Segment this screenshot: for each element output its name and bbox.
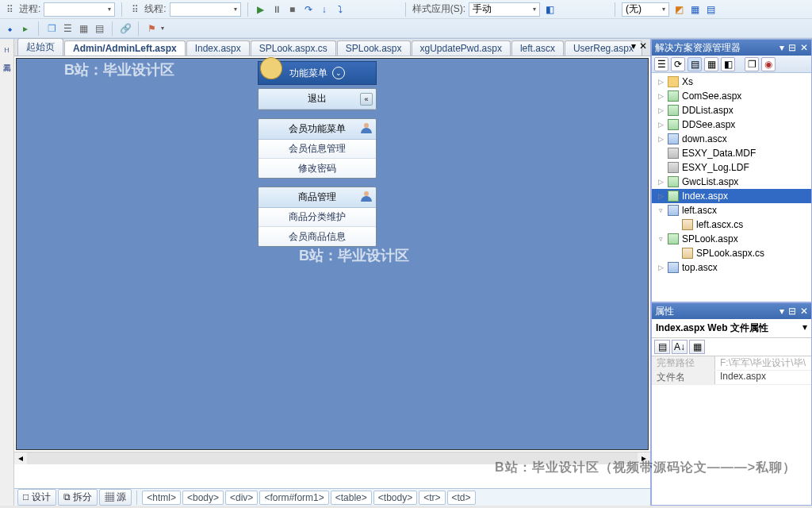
refresh-icon[interactable]: ▤	[688, 57, 702, 71]
document-tab[interactable]: Index.aspx	[186, 40, 250, 56]
target-combo[interactable]: (无)▾	[622, 2, 669, 17]
show-all-icon[interactable]: ⟳	[671, 57, 685, 71]
copy-icon[interactable]: ❐	[745, 57, 759, 71]
breadcrumb-item[interactable]: <td>	[447, 491, 476, 505]
view-mode-button[interactable]: □ 设计	[17, 489, 56, 506]
pin-icon[interactable]: ⊟	[788, 42, 796, 53]
style-icon[interactable]: ◧	[543, 3, 556, 16]
tile-icon[interactable]: ▦	[77, 22, 90, 35]
step-icon[interactable]: ↷	[302, 3, 315, 16]
tree-item[interactable]: ESXY_Data.MDF	[652, 146, 811, 160]
expander-icon[interactable]	[671, 249, 679, 257]
tree-item[interactable]: ESXY_Log.LDF	[652, 160, 811, 175]
breadcrumb-item[interactable]: <form#form1>	[259, 491, 328, 505]
tab-close-icon[interactable]: ✕	[639, 40, 647, 52]
nest-icon[interactable]: ▦	[704, 57, 718, 71]
nav-back-icon[interactable]: ⬥	[3, 22, 16, 35]
tree-item[interactable]: ▷DDSee.aspx	[652, 117, 811, 132]
step-into-icon[interactable]: ↓	[318, 3, 331, 16]
alpha-sort-icon[interactable]: A↓	[672, 340, 688, 354]
breadcrumb-item[interactable]: <tr>	[419, 491, 445, 505]
tree-item[interactable]: left.ascx.cs	[652, 217, 811, 232]
properties-icon[interactable]: ☰	[654, 57, 668, 71]
tree-item[interactable]: ▷Xs	[652, 75, 811, 89]
style-apply-combo[interactable]: 手动▾	[469, 2, 540, 17]
menu-item-member-info[interactable]: 会员信息管理	[259, 140, 376, 159]
expander-icon[interactable]: ▷	[657, 264, 665, 271]
tree-item[interactable]: ▷ComSee.aspx	[652, 89, 811, 103]
breadcrumb-item[interactable]: <html>	[142, 491, 181, 505]
menu-item-category[interactable]: 商品分类维护	[259, 208, 376, 227]
expander-icon[interactable]: ▷	[657, 92, 665, 100]
tree-item[interactable]: ▷down.ascx	[652, 132, 811, 146]
pin-icon[interactable]: ⊟	[788, 306, 796, 317]
document-tab[interactable]: Admin/AdminLeft.aspx	[64, 40, 186, 56]
breadcrumb-item[interactable]: <body>	[182, 491, 224, 505]
tree-item[interactable]: ▿SPLook.aspx	[652, 232, 811, 246]
new-window-icon[interactable]: ❐	[45, 22, 58, 35]
close-icon[interactable]: ✕	[800, 306, 808, 317]
dock-dropdown-icon[interactable]: ▾	[779, 306, 784, 317]
process-combo[interactable]: ▾	[44, 2, 115, 17]
stop-icon[interactable]: ■	[286, 3, 299, 16]
document-tab[interactable]: SPLook.aspx.cs	[251, 40, 336, 56]
menu-expand-icon[interactable]: «	[360, 93, 373, 106]
expander-icon[interactable]: ▷	[657, 106, 665, 114]
tree-item[interactable]: ▷GwcList.aspx	[652, 175, 811, 189]
expander-icon[interactable]: ▷	[657, 135, 665, 143]
tree-item[interactable]: SPLook.aspx.cs	[652, 246, 811, 260]
tab-dropdown-icon[interactable]: ▾	[631, 40, 636, 52]
breadcrumb-item[interactable]: <div>	[225, 491, 258, 505]
link-icon[interactable]: 🔗	[119, 22, 132, 35]
view-mode-button[interactable]: ▦ 源	[99, 489, 132, 506]
expander-icon[interactable]	[671, 221, 679, 229]
tree-item[interactable]: ▿left.ascx	[652, 203, 811, 217]
properties-grid[interactable]: 完整路径F:\军军\毕业设计\毕\文件名Index.aspx	[652, 356, 811, 505]
close-icon[interactable]: ✕	[800, 42, 808, 53]
document-tab[interactable]: xgUpdatePwd.aspx	[412, 40, 511, 56]
run-icon[interactable]: ▸	[19, 22, 32, 35]
property-row[interactable]: 文件名Index.aspx	[652, 371, 811, 385]
expander-icon[interactable]	[657, 149, 665, 157]
tree-item[interactable]: ▷top.ascx	[652, 260, 811, 275]
document-tab[interactable]: 起始页	[17, 38, 63, 56]
property-row[interactable]: 完整路径F:\军军\毕业设计\毕\	[652, 356, 811, 371]
tree-item[interactable]: ▷Index.aspx	[652, 189, 811, 203]
menu-product-title[interactable]: 商品管理	[259, 187, 376, 208]
toolbox-sidebar[interactable]: H 工具箱	[0, 39, 14, 506]
dock-dropdown-icon[interactable]: ▾	[779, 42, 784, 53]
expander-icon[interactable]	[657, 164, 665, 171]
solution-tree[interactable]: ▷Xs▷ComSee.aspx▷DDList.aspx▷DDSee.aspx▷d…	[652, 73, 811, 302]
expander-icon[interactable]: ▿	[657, 235, 665, 243]
step-over-icon[interactable]: ⤵	[334, 3, 347, 16]
tree-item[interactable]: ▷DDList.aspx	[652, 103, 811, 117]
expander-icon[interactable]: ▷	[657, 121, 665, 129]
document-tab[interactable]: SPLook.aspx	[337, 40, 411, 56]
view-icon[interactable]: ◧	[721, 57, 735, 71]
breadcrumb-item[interactable]: <table>	[331, 491, 372, 505]
categorized-icon[interactable]: ▤	[654, 340, 670, 354]
menu-exit-title[interactable]: 退出 «	[259, 89, 376, 110]
design-canvas[interactable]: B站：毕业设计区 B站：毕业设计区 功能菜单 ⌄ 退出 «	[14, 56, 650, 488]
arrange-icon[interactable]: ☰	[61, 22, 74, 35]
cascade-icon[interactable]: ▤	[93, 22, 105, 35]
view-mode-button[interactable]: ⧉ 拆分	[58, 489, 98, 506]
expander-icon[interactable]: ▿	[657, 206, 665, 214]
layout-icon-1[interactable]: ▦	[688, 3, 701, 16]
thread-combo[interactable]: ▾	[170, 2, 241, 17]
asp-icon[interactable]: ◉	[761, 57, 776, 71]
expander-icon[interactable]: ▷	[657, 78, 665, 86]
document-tab[interactable]: left.ascx	[511, 40, 564, 56]
props-page-icon[interactable]: ▦	[689, 340, 705, 354]
flag-icon[interactable]: ⚑	[145, 22, 158, 35]
layout-icon-2[interactable]: ▤	[704, 3, 717, 16]
expander-icon[interactable]: ▷	[657, 178, 665, 186]
menu-item-member-product[interactable]: 会员商品信息	[259, 227, 376, 246]
breadcrumb-item[interactable]: <tbody>	[373, 491, 417, 505]
css-icon[interactable]: ◩	[672, 3, 685, 16]
menu-member-title[interactable]: 会员功能菜单	[259, 119, 376, 140]
collapse-icon[interactable]: ⌄	[332, 67, 345, 79]
play-icon[interactable]: ▶	[255, 3, 267, 16]
menu-item-change-pwd[interactable]: 修改密码	[259, 159, 376, 178]
expander-icon[interactable]: ▷	[657, 192, 665, 200]
